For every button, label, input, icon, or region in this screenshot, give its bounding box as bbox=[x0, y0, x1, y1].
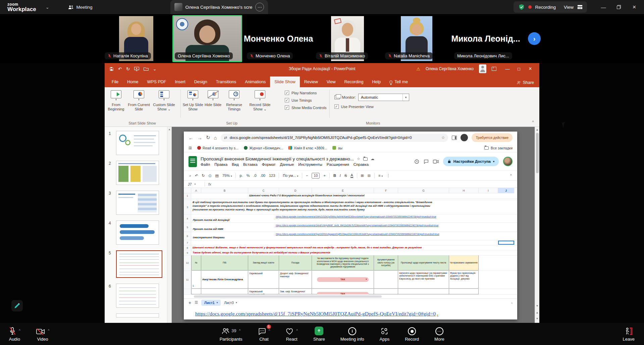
slide-thumbnail-2[interactable]: 2 bbox=[109, 161, 171, 185]
scrollbar-thumb[interactable] bbox=[536, 133, 539, 173]
thumbnail-scrollbar[interactable]: ▲ bbox=[167, 127, 171, 323]
participant-tile[interactable]: Монченко Олена Монченко Олена bbox=[246, 16, 311, 61]
action-required-button: Требуется действие bbox=[472, 133, 513, 142]
use-presenter-view-checkbox[interactable]: ✓ Use Presenter View bbox=[334, 104, 410, 109]
ppt-maximize-button[interactable]: □ bbox=[513, 66, 525, 71]
horizontal-scrollbar[interactable] bbox=[184, 295, 517, 298]
participant-tile-active-speaker[interactable]: Олена Сергіївна Хоменко bbox=[172, 15, 242, 62]
tab-file[interactable]: File bbox=[107, 77, 123, 87]
show-media-controls-checkbox[interactable]: ✓ Show Media Controls bbox=[285, 105, 327, 110]
tab-help[interactable]: Help bbox=[368, 77, 385, 87]
security-shield-icon[interactable] bbox=[518, 4, 525, 10]
avatar bbox=[412, 24, 421, 36]
tab-transitions[interactable]: Transitions bbox=[212, 77, 241, 87]
from-current-slide-button[interactable]: From Current Slide bbox=[127, 90, 150, 111]
tab-insert[interactable]: Insert bbox=[170, 77, 190, 87]
close-button[interactable]: × bbox=[627, 0, 642, 14]
audio-options-chevron[interactable]: ^ bbox=[19, 329, 20, 333]
slide-hyperlink[interactable]: https://docs.google.com/spreadsheets/d/1… bbox=[195, 311, 436, 317]
participant-tile[interactable]: Микола Леонід... Микола Леонідович Лис..… bbox=[453, 16, 519, 61]
tab-slide-show[interactable]: Slide Show bbox=[270, 77, 300, 87]
ppt-close-button[interactable]: × bbox=[525, 66, 536, 72]
table-header-cell: ПІБ bbox=[201, 255, 248, 270]
account-name[interactable]: Олена Сергіївна Хоменко bbox=[426, 66, 474, 71]
ppt-minimize-button[interactable]: — bbox=[502, 66, 513, 71]
video-label: Video bbox=[37, 337, 48, 342]
account-avatar[interactable] bbox=[479, 64, 486, 73]
column-header: F bbox=[374, 188, 398, 193]
start-slideshow-icon[interactable] bbox=[134, 67, 139, 71]
scroll-up-icon[interactable]: ▲ bbox=[535, 128, 539, 131]
apps-button[interactable]: Apps bbox=[380, 326, 390, 342]
selected-cell-J7[interactable] bbox=[498, 241, 514, 245]
record-button[interactable]: Record bbox=[405, 326, 419, 342]
slide-thumbnail-3[interactable]: 3 bbox=[109, 191, 171, 215]
hide-slide-button[interactable]: Hide Slide bbox=[204, 90, 222, 107]
tab-shared-screen[interactable]: Олена Сергіївна Хоменко's scre ⋯ bbox=[170, 0, 268, 14]
rehearse-timings-button[interactable]: Rehearse Timings bbox=[222, 90, 247, 111]
collapse-ribbon-icon[interactable]: ^ bbox=[532, 120, 534, 125]
scrollbar-thumb[interactable] bbox=[194, 295, 382, 298]
tab-view[interactable]: View bbox=[322, 77, 340, 87]
react-chevron[interactable]: ^ bbox=[296, 329, 298, 333]
restore-button[interactable] bbox=[611, 0, 627, 14]
slide-thumbnail-6[interactable]: 6 bbox=[109, 284, 171, 308]
participant-tile[interactable]: Віталій Максименко bbox=[315, 16, 380, 61]
redo-icon[interactable]: ↻ bbox=[126, 66, 130, 71]
participant-tile[interactable]: Наталія Косуліна bbox=[103, 16, 169, 61]
record-slide-show-button[interactable]: Record Slide Show ⌄ bbox=[247, 90, 273, 111]
annotate-button[interactable] bbox=[11, 300, 23, 311]
tab-home[interactable]: Home bbox=[123, 77, 143, 87]
slide-thumbnail-4[interactable]: 4 bbox=[109, 220, 171, 245]
view-button[interactable]: View bbox=[564, 5, 574, 10]
video-button[interactable]: ^ Video bbox=[36, 326, 50, 342]
monitor-select[interactable]: Automatic ▾ bbox=[358, 94, 409, 101]
share-screen-button[interactable]: Share bbox=[313, 326, 325, 342]
monitor-icon bbox=[334, 95, 340, 99]
scroll-up-icon[interactable]: ▲ bbox=[167, 128, 171, 131]
participants-button[interactable]: 39 ^ Participants bbox=[220, 326, 243, 342]
participants-chevron[interactable]: ^ bbox=[239, 329, 241, 333]
set-up-slide-show-button[interactable]: Set Up Slide Show bbox=[181, 90, 204, 111]
slide-thumbnail-5-selected[interactable]: 5 bbox=[109, 250, 171, 278]
use-timings-checkbox[interactable]: ✓ Use Timings bbox=[285, 98, 327, 102]
tab-meeting[interactable]: Meeting bbox=[68, 5, 93, 10]
slide-thumbnail-1[interactable]: 1 bbox=[109, 131, 171, 155]
slide-scrollbar[interactable]: ▲ ▼ ▲ ▼ bbox=[535, 127, 539, 323]
audio-button[interactable]: ^ Audio bbox=[9, 326, 20, 342]
view-grid-icon[interactable] bbox=[578, 5, 582, 9]
tab-recording[interactable]: Recording bbox=[340, 77, 368, 87]
tab-tell-me[interactable]: Tell me bbox=[385, 77, 412, 87]
undo-icon[interactable]: ↶ bbox=[118, 66, 122, 71]
slide-thumbnail-7-partial[interactable] bbox=[109, 313, 171, 317]
tab-animations[interactable]: Animations bbox=[240, 77, 270, 87]
play-narrations-checkbox[interactable]: ✓ Play Narrations bbox=[285, 91, 327, 95]
scroll-down-icon[interactable]: ▼ bbox=[535, 304, 539, 307]
minimize-button[interactable]: — bbox=[596, 0, 611, 14]
previous-slide-icon[interactable]: ▲ bbox=[535, 311, 539, 314]
customize-qat-icon[interactable]: ⌄ bbox=[153, 66, 157, 71]
react-button[interactable]: ^ React bbox=[285, 326, 298, 342]
tab-more-icon[interactable]: ⋯ bbox=[255, 3, 264, 11]
ribbon-display-options-icon[interactable] bbox=[492, 67, 496, 71]
tab-wps-pdf[interactable]: WPS PDF bbox=[143, 77, 171, 87]
checkbox-checked-icon: ✓ bbox=[334, 104, 339, 109]
next-participants-button[interactable]: › bbox=[528, 32, 541, 45]
next-slide-icon[interactable]: ▼ bbox=[535, 317, 539, 320]
save-icon[interactable] bbox=[109, 67, 114, 71]
tab-design[interactable]: Design bbox=[190, 77, 212, 87]
chat-button[interactable]: ^ 5 Chat bbox=[258, 326, 270, 342]
open-folder-icon[interactable] bbox=[144, 67, 149, 71]
custom-slide-show-button[interactable]: Custom Slide Show ⌄ bbox=[150, 90, 178, 111]
workspace-chevron-down-icon[interactable]: ⌄ bbox=[46, 5, 49, 10]
meeting-info-button[interactable]: i Meeting info bbox=[340, 326, 364, 342]
share-button[interactable]: Share bbox=[517, 80, 534, 85]
participant-tile[interactable]: Natalia Manicheva bbox=[384, 16, 449, 61]
tab-review[interactable]: Review bbox=[300, 77, 322, 87]
leave-button[interactable]: Leave bbox=[623, 326, 635, 342]
from-beginning-button[interactable]: From Beginning bbox=[105, 90, 127, 111]
table-header-cell: Чи висловлюєте Ви підтримку пропозиції п… bbox=[312, 255, 374, 270]
select-dropdown-icon[interactable]: ▾ bbox=[402, 94, 409, 101]
video-options-chevron[interactable]: ^ bbox=[48, 329, 50, 333]
more-button[interactable]: ⋯ More bbox=[434, 326, 444, 342]
